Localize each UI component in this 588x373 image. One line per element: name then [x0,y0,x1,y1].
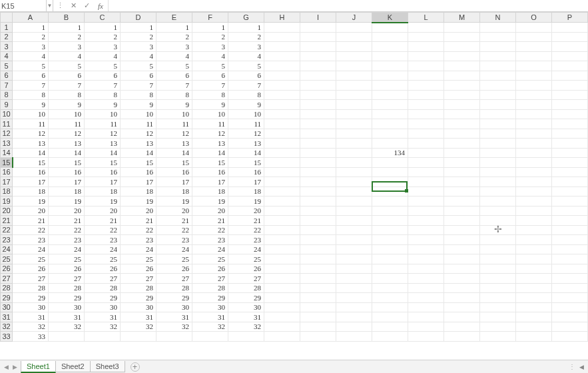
cell-M10[interactable] [444,109,480,119]
cell-D17[interactable]: 17 [121,177,156,187]
cell-C7[interactable]: 7 [85,81,121,91]
cell-F2[interactable]: 2 [192,32,228,42]
cell-F33[interactable] [192,332,228,342]
cell-O1[interactable] [516,23,552,33]
cell-P21[interactable] [552,216,588,226]
col-header-D[interactable]: D [121,13,156,23]
cell-E8[interactable]: 8 [156,90,192,100]
cell-G16[interactable]: 16 [228,167,264,177]
cell-P27[interactable] [552,274,588,284]
cell-I9[interactable] [300,100,336,110]
fx-icon[interactable]: fx [93,2,108,10]
sheet-tab-Sheet2[interactable]: Sheet2 [55,361,91,372]
cell-L4[interactable] [408,51,444,61]
col-header-F[interactable]: F [192,13,228,23]
cell-D11[interactable]: 11 [121,119,156,129]
cell-L16[interactable] [408,167,444,177]
cell-G31[interactable]: 31 [228,312,264,322]
cell-G15[interactable]: 15 [228,158,264,168]
cell-P24[interactable] [552,244,588,254]
cell-A5[interactable]: 5 [13,61,49,71]
row-header-29[interactable]: 29 [1,293,13,303]
cell-P3[interactable] [552,42,588,52]
cell-H4[interactable] [264,51,300,61]
cell-M12[interactable] [444,129,480,139]
col-header-E[interactable]: E [156,13,192,23]
cell-A32[interactable]: 32 [13,322,49,332]
cell-J23[interactable] [336,235,372,245]
confirm-icon[interactable]: ✓ [80,0,93,11]
cell-L30[interactable] [408,302,444,312]
cell-C1[interactable]: 1 [85,23,121,33]
cell-L12[interactable] [408,129,444,139]
cell-N1[interactable] [480,23,516,33]
cell-F22[interactable]: 22 [192,225,228,235]
cell-M22[interactable] [444,225,480,235]
cell-H33[interactable] [264,332,300,342]
cell-I15[interactable] [300,158,336,168]
cell-C10[interactable]: 10 [85,109,121,119]
cell-C14[interactable]: 14 [85,148,121,158]
cell-K16[interactable] [372,167,408,177]
cell-C6[interactable]: 6 [85,71,121,81]
col-header-N[interactable]: N [480,13,516,23]
cell-C31[interactable]: 31 [85,312,121,322]
cell-E25[interactable]: 25 [156,254,192,264]
cell-O9[interactable] [516,100,552,110]
cell-N14[interactable] [480,148,516,158]
cell-F21[interactable]: 21 [192,216,228,226]
cell-O13[interactable] [516,139,552,149]
cell-P18[interactable] [552,186,588,196]
cell-O26[interactable] [516,264,552,274]
cell-A14[interactable]: 14 [13,148,49,158]
cell-B9[interactable]: 9 [49,100,85,110]
cell-A26[interactable]: 26 [13,264,49,274]
cell-N10[interactable] [480,109,516,119]
cell-M30[interactable] [444,302,480,312]
cell-I23[interactable] [300,235,336,245]
cell-L33[interactable] [408,332,444,342]
cell-N2[interactable] [480,32,516,42]
cell-I33[interactable] [300,332,336,342]
cell-O6[interactable] [516,71,552,81]
cell-I13[interactable] [300,139,336,149]
cell-O33[interactable] [516,332,552,342]
row-header-3[interactable]: 3 [1,42,13,52]
row-header-9[interactable]: 9 [1,100,13,110]
cell-B23[interactable]: 23 [49,235,85,245]
cell-H9[interactable] [264,100,300,110]
cell-H7[interactable] [264,81,300,91]
cell-I7[interactable] [300,81,336,91]
cell-C30[interactable]: 30 [85,302,121,312]
cell-E26[interactable]: 26 [156,264,192,274]
cell-H20[interactable] [264,206,300,216]
cell-E30[interactable]: 30 [156,302,192,312]
cell-P16[interactable] [552,167,588,177]
row-header-13[interactable]: 13 [1,139,13,149]
cell-J2[interactable] [336,32,372,42]
cell-O23[interactable] [516,235,552,245]
cell-H22[interactable] [264,225,300,235]
cell-F7[interactable]: 7 [192,81,228,91]
cell-A31[interactable]: 31 [13,312,49,322]
cell-B21[interactable]: 21 [49,216,85,226]
cell-A33[interactable]: 33 [13,332,49,342]
cell-L3[interactable] [408,42,444,52]
cell-J13[interactable] [336,139,372,149]
cell-A19[interactable]: 19 [13,196,49,206]
cell-O19[interactable] [516,196,552,206]
cell-E17[interactable]: 17 [156,177,192,187]
cell-F15[interactable]: 15 [192,158,228,168]
cell-K32[interactable] [372,322,408,332]
cell-J9[interactable] [336,100,372,110]
cell-H24[interactable] [264,244,300,254]
col-header-L[interactable]: L [408,13,444,23]
cell-H11[interactable] [264,119,300,129]
cell-K1[interactable] [372,23,408,33]
cell-I22[interactable] [300,225,336,235]
cell-H14[interactable] [264,148,300,158]
row-header-26[interactable]: 26 [1,264,13,274]
cell-H3[interactable] [264,42,300,52]
cell-C2[interactable]: 2 [85,32,121,42]
col-header-C[interactable]: C [85,13,121,23]
